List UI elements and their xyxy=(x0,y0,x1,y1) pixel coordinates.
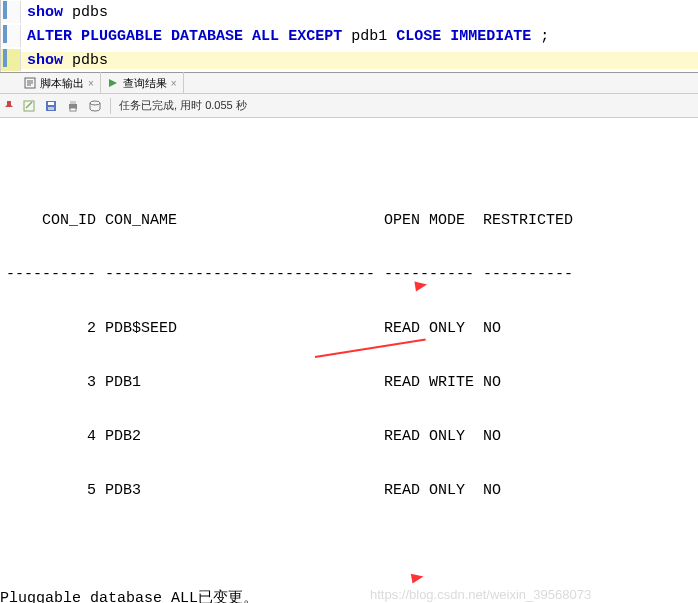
keyword-show: show xyxy=(27,52,63,69)
keyword-show: show xyxy=(27,4,63,21)
annotation-arrow-icon xyxy=(306,285,434,411)
script-output-icon xyxy=(24,77,36,89)
table-row: 4 PDB2 READ ONLY NO xyxy=(6,423,692,450)
tab-script-output[interactable]: 脚本输出 × xyxy=(18,72,101,94)
svg-rect-7 xyxy=(48,102,54,105)
clear-icon[interactable] xyxy=(21,98,37,114)
pin-icon[interactable] xyxy=(0,100,18,112)
status-text: 任务已完成, 用时 0.055 秒 xyxy=(119,98,247,113)
keyword-pdbs: pdbs xyxy=(72,4,108,21)
sql-line-3[interactable]: show pdbs xyxy=(1,48,698,72)
output-toolbar: 任务已完成, 用时 0.055 秒 xyxy=(0,94,698,118)
keyword-except: EXCEPT xyxy=(288,28,342,45)
output-line xyxy=(6,531,692,558)
keyword-database: DATABASE xyxy=(171,28,243,45)
sql-line-1[interactable]: show pdbs xyxy=(1,0,698,24)
svg-rect-8 xyxy=(48,107,54,110)
tab-label: 脚本输出 xyxy=(40,76,84,91)
sql-line-2[interactable]: ALTER PLUGGABLE DATABASE ALL EXCEPT pdb1… xyxy=(1,24,698,48)
watermark-text: https://blog.csdn.net/weixin_39568073 xyxy=(370,583,591,603)
keyword-pdbs: pdbs xyxy=(72,52,108,69)
keyword-pluggable: PLUGGABLE xyxy=(81,28,162,45)
table-divider: ---------- -----------------------------… xyxy=(6,261,692,288)
svg-rect-11 xyxy=(70,108,76,111)
svg-marker-4 xyxy=(109,79,117,87)
close-icon[interactable]: × xyxy=(171,78,177,89)
print-icon[interactable] xyxy=(65,98,81,114)
table-header: CON_ID CON_NAME OPEN MODE RESTRICTED xyxy=(6,207,692,234)
identifier-pdb1: pdb1 xyxy=(351,28,387,45)
buffer-icon[interactable] xyxy=(87,98,103,114)
keyword-all: ALL xyxy=(252,28,279,45)
output-tabs-bar: 脚本输出 × 查询结果 × xyxy=(0,72,698,94)
keyword-close: CLOSE xyxy=(396,28,441,45)
tab-label: 查询结果 xyxy=(123,76,167,91)
play-icon xyxy=(107,77,119,89)
semicolon: ; xyxy=(540,28,549,45)
sql-editor[interactable]: show pdbs ALTER PLUGGABLE DATABASE ALL E… xyxy=(0,0,698,72)
keyword-immediate: IMMEDIATE xyxy=(450,28,531,45)
output-line xyxy=(6,153,692,180)
keyword-alter: ALTER xyxy=(27,28,72,45)
svg-rect-10 xyxy=(70,101,76,104)
close-icon[interactable]: × xyxy=(88,78,94,89)
tab-query-result[interactable]: 查询结果 × xyxy=(101,72,184,94)
svg-point-12 xyxy=(90,101,100,105)
table-row: 5 PDB3 READ ONLY NO xyxy=(6,477,692,504)
script-output-panel[interactable]: CON_ID CON_NAME OPEN MODE RESTRICTED ---… xyxy=(0,118,698,603)
save-icon[interactable] xyxy=(43,98,59,114)
